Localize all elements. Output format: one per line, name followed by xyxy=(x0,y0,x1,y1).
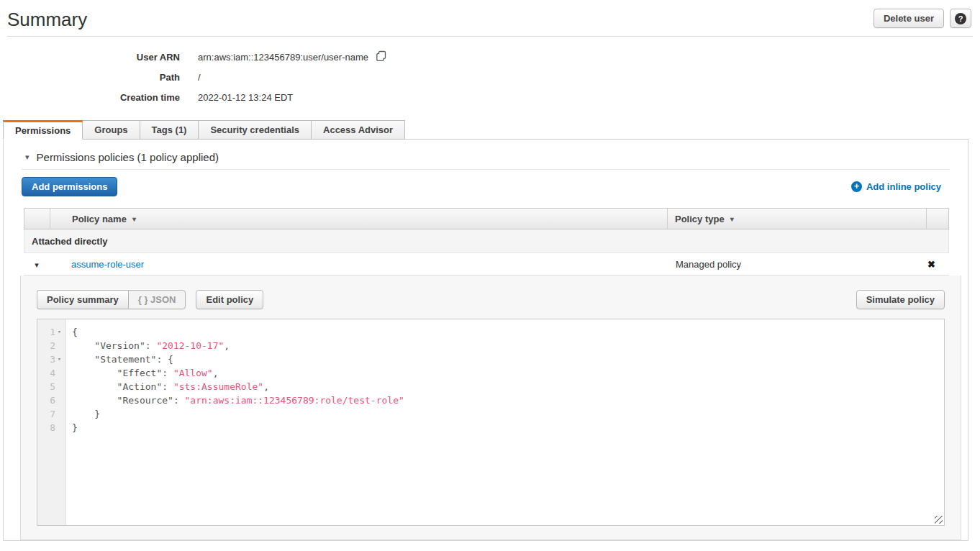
code-string: "sts:AssumeRole" xyxy=(173,381,263,392)
tab-access-advisor[interactable]: Access Advisor xyxy=(312,120,405,140)
code-line: "Effect": "Allow", xyxy=(72,366,944,380)
creation-time-value: 2022-01-12 13:24 EDT xyxy=(198,92,293,103)
tab-tags[interactable]: Tags (1) xyxy=(140,120,199,140)
collapse-caret-icon[interactable]: ▾ xyxy=(25,152,30,162)
code-text: , xyxy=(224,340,230,351)
question-icon: ? xyxy=(955,13,966,24)
policy-table-row: ▾ assume-role-user Managed policy ✖ xyxy=(24,253,949,276)
select-column-header xyxy=(24,209,50,229)
code-text: "Version": xyxy=(72,340,156,351)
plus-circle-icon: + xyxy=(851,181,862,192)
gutter-row: 7 xyxy=(37,407,65,421)
user-arn-text: arn:aws:iam::123456789:user/user-name xyxy=(198,52,368,63)
code-line: } xyxy=(72,407,944,421)
policy-type-header-label: Policy type xyxy=(675,214,725,224)
attached-directly-group-row: Attached directly xyxy=(24,229,949,253)
header-divider xyxy=(7,36,973,37)
actions-column-header xyxy=(927,209,948,229)
sort-caret-icon: ▾ xyxy=(730,215,734,223)
fold-caret-icon[interactable]: ▾ xyxy=(55,325,63,339)
gutter-row: 4 xyxy=(37,366,65,380)
code-text: } xyxy=(72,422,78,433)
policy-detail-toolbar: Policy summary { } JSON Edit policy Simu… xyxy=(37,290,945,309)
add-inline-policy-label: Add inline policy xyxy=(866,181,941,192)
page-title: Summary xyxy=(7,9,87,30)
tab-permissions[interactable]: Permissions xyxy=(3,120,83,140)
creation-time-row: Creation time 2022-01-12 13:24 EDT xyxy=(0,87,980,107)
code-line: "Version": "2012-10-17", xyxy=(72,339,944,352)
policy-name-link[interactable]: assume-role-user xyxy=(71,259,144,270)
code-line: { xyxy=(72,325,944,339)
code-text: , xyxy=(263,381,269,392)
code-text: { xyxy=(72,327,78,337)
permissions-policies-title: Permissions policies (1 policy applied) xyxy=(37,151,219,163)
section-divider xyxy=(22,169,950,170)
gutter-row: 3▾ xyxy=(37,352,65,366)
help-button[interactable]: ? xyxy=(950,9,971,28)
code-line: "Statement": { xyxy=(72,352,944,366)
sort-caret-icon: ▾ xyxy=(132,215,136,223)
path-row: Path / xyxy=(0,67,980,87)
policy-type-cell: Managed policy xyxy=(668,259,927,270)
code-text: } xyxy=(72,409,100,419)
row-expand-caret-icon[interactable]: ▾ xyxy=(35,260,39,269)
summary-fields: User ARN arn:aws:iam::123456789:user/use… xyxy=(0,47,980,107)
path-value: / xyxy=(198,72,201,83)
editor-line-number-gutter: 1▾ 2 3▾ 4 5 6 7 8 xyxy=(37,319,66,525)
code-text: , xyxy=(213,368,219,378)
tab-security-credentials[interactable]: Security credentials xyxy=(199,120,312,140)
copy-icon[interactable] xyxy=(376,50,387,64)
line-number: 6 xyxy=(50,393,55,407)
code-string: "2012-10-17" xyxy=(156,340,224,351)
add-inline-policy-link[interactable]: + Add inline policy xyxy=(851,181,950,192)
attached-directly-label: Attached directly xyxy=(32,236,107,247)
user-arn-value: arn:aws:iam::123456789:user/user-name xyxy=(198,50,387,64)
policy-json-editor[interactable]: 1▾ 2 3▾ 4 5 6 7 8 { "Version": "2012-10-… xyxy=(37,319,945,526)
line-number: 4 xyxy=(50,366,55,380)
code-line: "Resource": "arn:aws:iam::123456789:role… xyxy=(72,393,944,407)
user-arn-row: User ARN arn:aws:iam::123456789:user/use… xyxy=(0,47,980,67)
add-permissions-button[interactable]: Add permissions xyxy=(22,177,117,196)
editor-code-area[interactable]: { "Version": "2012-10-17", "Statement": … xyxy=(66,319,944,525)
editor-resize-handle[interactable] xyxy=(935,516,943,524)
simulate-policy-button[interactable]: Simulate policy xyxy=(856,290,945,309)
policy-table-header: Policy name ▾ Policy type ▾ xyxy=(24,208,949,229)
iam-user-summary-page: Summary Delete user ? User ARN arn:aws:i… xyxy=(0,0,980,551)
gutter-row: 2 xyxy=(37,339,65,352)
json-view-button[interactable]: { } JSON xyxy=(128,290,186,309)
code-text: "Resource": xyxy=(72,395,185,406)
path-label: Path xyxy=(0,72,180,83)
line-number: 7 xyxy=(50,407,55,421)
gutter-row: 8 xyxy=(37,421,65,434)
code-text: "Action": xyxy=(72,381,173,392)
code-string: "Allow" xyxy=(173,368,213,378)
line-number: 5 xyxy=(50,380,55,393)
code-string: "arn:aws:iam::123456789:role/test-role" xyxy=(185,395,404,406)
row-expand-cell: ▾ xyxy=(24,259,50,270)
page-header: Summary Delete user ? xyxy=(0,0,980,30)
gutter-row: 6 xyxy=(37,393,65,407)
delete-user-button[interactable]: Delete user xyxy=(874,9,944,28)
code-text: "Effect": xyxy=(72,368,173,378)
detach-cell: ✖ xyxy=(927,259,949,270)
fold-caret-icon[interactable]: ▾ xyxy=(55,352,63,366)
policy-name-cell: assume-role-user xyxy=(50,259,668,270)
user-arn-label: User ARN xyxy=(0,52,180,63)
policy-view-buttons: Policy summary { } JSON Edit policy xyxy=(37,290,263,309)
line-number: 3 xyxy=(50,352,55,366)
creation-time-label: Creation time xyxy=(0,92,180,103)
line-number: 8 xyxy=(50,421,55,434)
policy-name-column-header[interactable]: Policy name ▾ xyxy=(50,209,668,229)
edit-policy-button[interactable]: Edit policy xyxy=(196,290,263,309)
detach-policy-icon[interactable]: ✖ xyxy=(927,259,935,270)
permissions-tab-panel: ▾ Permissions policies (1 policy applied… xyxy=(3,139,968,541)
tab-groups[interactable]: Groups xyxy=(83,120,140,140)
policy-name-header-label: Policy name xyxy=(72,214,127,224)
header-actions: Delete user ? xyxy=(874,9,973,28)
policy-table: Policy name ▾ Policy type ▾ Attached dir… xyxy=(24,208,949,276)
policy-summary-button[interactable]: Policy summary xyxy=(37,290,128,309)
code-line: "Action": "sts:AssumeRole", xyxy=(72,380,944,393)
view-toggle-group: Policy summary { } JSON xyxy=(37,290,186,309)
policy-type-column-header[interactable]: Policy type ▾ xyxy=(668,209,927,229)
line-number: 1 xyxy=(50,325,55,339)
